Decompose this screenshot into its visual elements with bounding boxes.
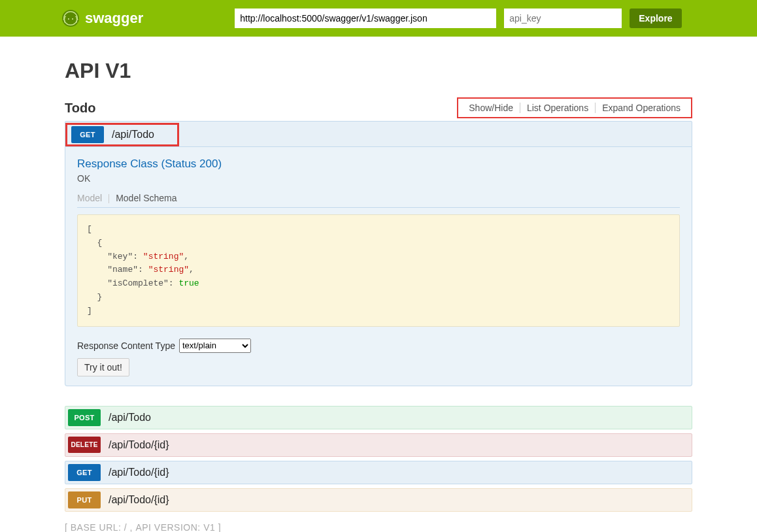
try-it-out-button[interactable]: Try it out! xyxy=(77,358,129,376)
topbar: {··} swagger Explore xyxy=(0,0,757,37)
page-title: API V1 xyxy=(65,59,692,83)
show-hide-link[interactable]: Show/Hide xyxy=(462,101,520,114)
tab-model[interactable]: Model xyxy=(77,193,102,203)
method-badge-get: GET xyxy=(68,464,101,481)
method-badge-delete: DELETE xyxy=(68,437,101,453)
resource-actions: Show/Hide List Operations Expand Operati… xyxy=(457,97,692,118)
separator xyxy=(109,194,109,203)
response-content-type-select[interactable]: text/plain xyxy=(179,339,251,353)
operation-delete-todo-id[interactable]: DELETE /api/Todo/{id} xyxy=(65,433,692,457)
method-badge-get: GET xyxy=(71,126,104,143)
spec-url-input[interactable] xyxy=(235,8,496,28)
api-version-label: API VERSION xyxy=(135,522,197,532)
operation-path[interactable]: /api/Todo xyxy=(109,412,151,424)
operation-get-todo-id[interactable]: GET /api/Todo/{id} xyxy=(65,461,692,484)
model-schema-box[interactable]: [ { "key": "string", "name": "string", "… xyxy=(77,214,680,327)
swagger-icon: {··} xyxy=(61,9,80,27)
base-url-value: / xyxy=(124,522,127,532)
schema-tabs: Model Model Schema xyxy=(77,193,680,208)
method-badge-put: PUT xyxy=(68,491,101,508)
operation-path[interactable]: /api/Todo/{id} xyxy=(109,439,169,451)
response-content-type-label: Response Content Type xyxy=(77,341,175,351)
swagger-logo-text: swagger xyxy=(85,10,143,27)
api-footer: [ BASE URL: / , API VERSION: V1 ] xyxy=(65,522,692,532)
operation-get-todo[interactable]: GET /api/Todo xyxy=(65,121,692,147)
api-version-value: V1 xyxy=(203,522,215,532)
tab-model-schema[interactable]: Model Schema xyxy=(116,193,177,203)
apikey-input[interactable] xyxy=(504,8,622,28)
highlighted-operation-header: GET /api/Todo xyxy=(65,123,179,146)
base-url-label: BASE URL xyxy=(71,522,118,532)
operation-path[interactable]: /api/Todo/{id} xyxy=(109,467,169,478)
explore-button[interactable]: Explore xyxy=(630,8,681,28)
resource-header: Todo Show/Hide List Operations Expand Op… xyxy=(65,97,692,118)
expand-operations-link[interactable]: Expand Operations xyxy=(596,101,687,114)
svg-text:{··}: {··} xyxy=(63,15,79,23)
swagger-logo: {··} swagger xyxy=(61,9,143,27)
list-operations-link[interactable]: List Operations xyxy=(520,101,595,114)
operation-path[interactable]: /api/Todo xyxy=(112,129,154,141)
operation-path[interactable]: /api/Todo/{id} xyxy=(109,494,169,506)
operation-put-todo-id[interactable]: PUT /api/Todo/{id} xyxy=(65,488,692,512)
response-class-heading: Response Class (Status 200) xyxy=(77,158,680,171)
resource-name[interactable]: Todo xyxy=(65,101,95,116)
operation-post-todo[interactable]: POST /api/Todo xyxy=(65,406,692,429)
operation-detail-panel: Response Class (Status 200) OK Model Mod… xyxy=(65,147,692,386)
method-badge-post: POST xyxy=(68,409,101,426)
status-text: OK xyxy=(77,173,680,184)
